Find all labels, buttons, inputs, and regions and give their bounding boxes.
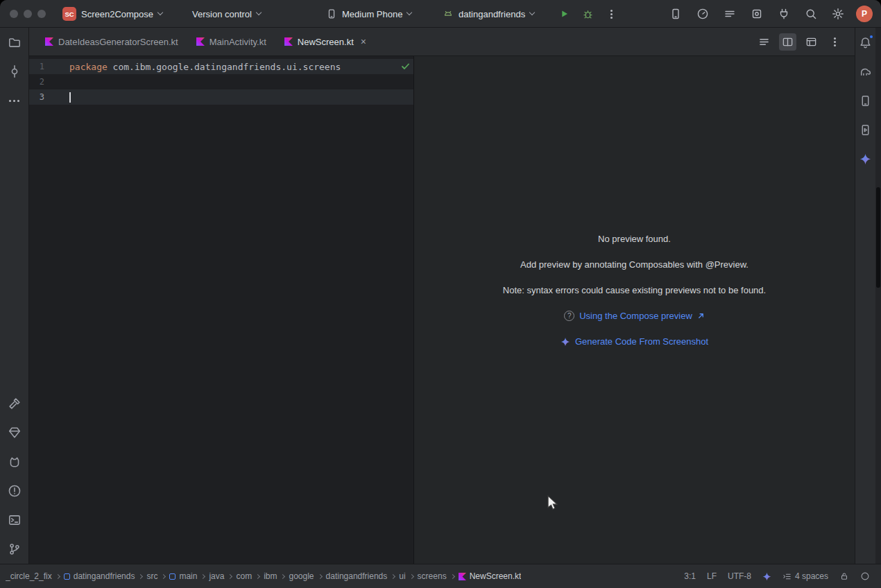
settings-button[interactable] bbox=[829, 5, 847, 23]
code-text bbox=[69, 92, 71, 103]
gemini-tool-button[interactable] bbox=[858, 151, 873, 166]
avatar[interactable]: P bbox=[856, 6, 873, 22]
profiler-icon bbox=[696, 8, 709, 20]
gradle-icon bbox=[859, 65, 872, 78]
project-icon: SC bbox=[62, 7, 76, 21]
android-app-icon bbox=[443, 8, 454, 19]
generate-code-from-screenshot-link[interactable]: Generate Code From Screenshot bbox=[561, 336, 708, 347]
breadcrumb-item[interactable]: java bbox=[209, 571, 224, 581]
gradle-tool-button[interactable] bbox=[858, 64, 873, 79]
breadcrumb-item[interactable]: ibm bbox=[264, 571, 277, 581]
breadcrumb-item[interactable]: com bbox=[236, 571, 252, 581]
close-window-button[interactable] bbox=[10, 10, 18, 18]
code-rest: com.ibm.google.datingandfriends.ui.scree… bbox=[108, 62, 341, 72]
indent-widget[interactable]: 4 spaces bbox=[782, 571, 828, 581]
version-control-tool-button[interactable] bbox=[7, 542, 22, 557]
code-line-2[interactable]: 2 bbox=[29, 74, 413, 89]
search-everywhere-button[interactable] bbox=[802, 5, 820, 23]
problems-tool-button[interactable] bbox=[7, 483, 22, 499]
encoding-widget[interactable]: UTF-8 bbox=[728, 571, 751, 581]
chevron-right-icon bbox=[200, 573, 205, 578]
breadcrumb-item[interactable]: _circle_2_fix bbox=[6, 571, 52, 581]
profiler-button[interactable] bbox=[694, 5, 712, 23]
breadcrumb-item[interactable]: main bbox=[169, 571, 197, 581]
editor-tab-bar: DateIdeasGeneratorScreen.kt MainActivity… bbox=[29, 28, 855, 56]
chevron-right-icon bbox=[255, 573, 260, 578]
notifications-button[interactable] bbox=[858, 35, 873, 50]
run-configuration-selector[interactable]: datingandfriends bbox=[443, 0, 534, 28]
line-number[interactable]: 3 bbox=[29, 92, 69, 102]
run-button[interactable] bbox=[555, 5, 573, 23]
split-view-button[interactable] bbox=[779, 33, 796, 51]
design-view-button[interactable] bbox=[803, 33, 820, 51]
inspections-widget[interactable] bbox=[860, 571, 870, 581]
tab-label: NewScreen.kt bbox=[298, 37, 354, 47]
gemini-status-widget[interactable] bbox=[762, 572, 771, 581]
vcs-label: Version control bbox=[192, 9, 252, 19]
device-manager-button[interactable] bbox=[667, 5, 685, 23]
breadcrumb-item[interactable]: screens bbox=[418, 571, 447, 581]
compose-preview-panel: No preview found. Add preview by annotat… bbox=[414, 56, 855, 564]
logcat-button[interactable] bbox=[721, 5, 739, 23]
app-inspection-button[interactable] bbox=[748, 5, 766, 23]
logcat-tool-button[interactable] bbox=[7, 454, 22, 469]
zoom-window-button[interactable] bbox=[37, 10, 46, 18]
left-tool-window-bar bbox=[0, 28, 29, 564]
write-access-widget[interactable] bbox=[839, 571, 849, 581]
debug-button[interactable] bbox=[579, 5, 597, 23]
project-tool-button[interactable] bbox=[7, 35, 22, 50]
app-quality-insights-tool-button[interactable] bbox=[7, 425, 22, 440]
breadcrumb-item-current-file[interactable]: NewScreen.kt bbox=[459, 571, 522, 581]
commit-icon bbox=[8, 64, 22, 78]
editor-options-button[interactable] bbox=[826, 33, 844, 51]
inspections-ok-check-icon[interactable] bbox=[400, 61, 411, 71]
kotlin-file-icon bbox=[284, 37, 293, 46]
chevron-down-icon bbox=[256, 10, 262, 15]
connect-device-button[interactable] bbox=[775, 5, 793, 23]
breadcrumb-item[interactable]: ui bbox=[399, 571, 405, 581]
window-scrollbar-thumb[interactable] bbox=[876, 187, 880, 288]
running-devices-icon bbox=[859, 123, 872, 137]
caret-position-widget[interactable]: 3:1 bbox=[684, 571, 696, 581]
right-bar-group bbox=[855, 35, 875, 166]
cat-icon bbox=[8, 455, 22, 469]
doc-link-label: Using the Compose preview bbox=[579, 311, 692, 321]
code-editor[interactable]: 1 package com.ibm.google.datingandfriend… bbox=[29, 56, 413, 564]
vcs-widget[interactable]: Version control bbox=[192, 0, 261, 28]
tab-dateideasgeneratorscreen[interactable]: DateIdeasGeneratorScreen.kt bbox=[36, 28, 187, 55]
kebab-icon bbox=[834, 41, 836, 43]
left-bar-bottom-group bbox=[0, 396, 28, 557]
tab-mainactivity[interactable]: MainActivity.kt bbox=[187, 28, 275, 55]
running-devices-tool-button[interactable] bbox=[858, 122, 873, 137]
breadcrumb: _circle_2_fix datingandfriends src main … bbox=[6, 571, 521, 581]
more-tool-windows-button[interactable] bbox=[7, 93, 22, 108]
breadcrumb-item[interactable]: datingandfriends bbox=[326, 571, 388, 581]
search-icon bbox=[805, 8, 817, 20]
breadcrumb-item[interactable]: datingandfriends bbox=[64, 571, 135, 581]
line-number[interactable]: 1 bbox=[29, 62, 69, 71]
meatballs-icon bbox=[13, 100, 15, 102]
build-tool-button[interactable] bbox=[7, 396, 22, 411]
project-widget[interactable]: SC Screen2Compose bbox=[62, 0, 162, 28]
minimize-window-button[interactable] bbox=[24, 10, 32, 18]
code-view-button[interactable] bbox=[755, 33, 773, 51]
code-line-1[interactable]: 1 package com.ibm.google.datingandfriend… bbox=[29, 59, 413, 74]
device-manager-tool-button[interactable] bbox=[858, 93, 873, 108]
commit-tool-button[interactable] bbox=[7, 64, 22, 79]
chevron-down-icon bbox=[157, 10, 163, 15]
kotlin-file-icon bbox=[45, 37, 53, 46]
breadcrumb-item[interactable]: src bbox=[146, 571, 157, 581]
chevron-down-icon bbox=[529, 10, 535, 15]
line-separator-widget[interactable]: LF bbox=[707, 571, 717, 581]
preview-hint: Add preview by annotating Composables wi… bbox=[520, 259, 749, 270]
breadcrumb-item[interactable]: google bbox=[289, 571, 314, 581]
more-actions-button[interactable] bbox=[602, 5, 620, 23]
window-scrollbar-track[interactable] bbox=[875, 28, 881, 564]
compose-preview-doc-link[interactable]: ? Using the Compose preview bbox=[564, 311, 705, 321]
terminal-tool-button[interactable] bbox=[7, 512, 22, 528]
tab-newscreen[interactable]: NewScreen.kt × bbox=[275, 28, 375, 55]
code-line-3[interactable]: 3 bbox=[29, 89, 413, 105]
device-selector[interactable]: Medium Phone bbox=[326, 0, 411, 28]
line-number[interactable]: 2 bbox=[29, 77, 69, 87]
close-icon[interactable]: × bbox=[361, 37, 366, 46]
